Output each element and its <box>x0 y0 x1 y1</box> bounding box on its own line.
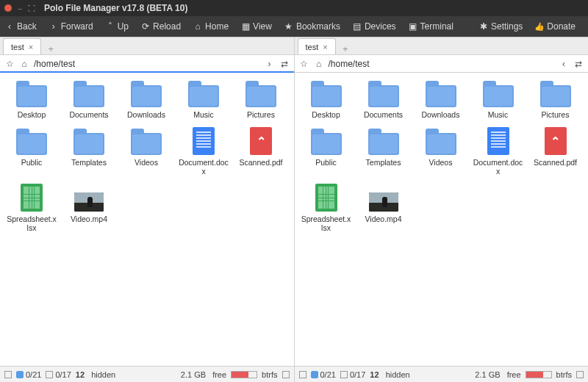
free-space: 2.1 GB <box>181 370 206 379</box>
file-label: Downloads <box>127 110 165 119</box>
selection-count: 0/21 <box>320 370 336 379</box>
folder-icon <box>368 81 400 107</box>
checkbox-icon[interactable] <box>299 371 306 378</box>
go-icon[interactable]: › <box>265 59 275 69</box>
filesystem-type: btrfs <box>262 370 277 379</box>
file-label: Document.docx <box>473 158 524 176</box>
file-item[interactable]: Music <box>473 81 524 119</box>
tab-right-active[interactable]: test × <box>298 38 336 54</box>
file-item[interactable]: Video.mp4 <box>358 185 409 232</box>
file-label: Templates <box>71 158 107 167</box>
bookmarks-button[interactable]: ★Bookmarks <box>285 21 340 32</box>
close-icon[interactable]: × <box>29 43 33 51</box>
file-item[interactable]: Music <box>178 81 229 119</box>
swap-panes-icon[interactable]: ⇄ <box>279 59 290 69</box>
file-item[interactable]: Downloads <box>121 81 172 119</box>
home-path-icon[interactable]: ⌂ <box>19 59 29 69</box>
status-bar-left: 0/21 0/17 12 hidden 2.1 GB free btrfs <box>0 367 295 382</box>
docx-icon <box>187 129 220 155</box>
up-button[interactable]: ˄Up <box>107 21 129 32</box>
file-label: Pictures <box>542 110 570 119</box>
file-item[interactable]: Spreadsheet.xlsx <box>301 185 352 232</box>
home-button[interactable]: ⌂Home <box>194 21 229 32</box>
file-item[interactable]: ⌃Scanned.pdf <box>235 129 287 176</box>
folder-icon <box>130 81 162 107</box>
path-input-right[interactable]: /home/test <box>329 59 555 69</box>
file-item[interactable]: Document.docx <box>473 129 524 176</box>
back-small-icon[interactable]: ‹ <box>559 59 569 69</box>
close-icon[interactable]: × <box>323 43 327 51</box>
folder-icon <box>15 129 48 155</box>
terminal-button[interactable]: ▣Terminal <box>409 21 453 32</box>
file-item[interactable]: Video.mp4 <box>63 185 115 232</box>
free-space: 2.1 GB <box>475 370 500 379</box>
file-label: Music <box>488 110 508 119</box>
file-label: Spreadsheet.xlsx <box>6 215 57 232</box>
tab-strip: test × + test × + <box>0 37 588 55</box>
file-item[interactable]: Public <box>6 129 57 176</box>
tab-left-active[interactable]: test × <box>3 38 41 54</box>
bookmark-toggle-icon[interactable]: ☆ <box>4 59 15 69</box>
pdf-icon: ⌃ <box>539 129 572 155</box>
folder-icon <box>130 129 162 155</box>
drive-icon: ▤ <box>354 21 361 32</box>
file-item[interactable]: Videos <box>121 129 172 176</box>
file-label: Scanned.pdf <box>240 158 283 167</box>
window-close-button[interactable] <box>4 4 12 12</box>
file-item[interactable]: Templates <box>63 129 115 176</box>
pane-left[interactable]: DesktopDocumentsDownloadsMusicPicturesPu… <box>0 73 295 366</box>
terminal-icon: ▣ <box>409 21 417 32</box>
video-icon <box>368 185 400 212</box>
checkbox-icon[interactable] <box>4 371 12 378</box>
file-item[interactable]: Videos <box>415 129 467 176</box>
window-title: Polo File Manager v17.8 (BETA 10) <box>44 3 187 13</box>
file-item[interactable]: Desktop <box>301 81 352 119</box>
file-item[interactable]: Pictures <box>235 81 287 119</box>
forward-button[interactable]: ›Forward <box>50 21 93 32</box>
new-tab-button-left[interactable]: + <box>43 43 59 54</box>
file-item[interactable]: Documents <box>63 81 115 119</box>
filesystem-type: btrfs <box>556 370 572 379</box>
file-item[interactable]: Public <box>301 129 352 176</box>
pdf-icon: ⌃ <box>245 129 277 155</box>
settings-button[interactable]: ✱Settings <box>480 21 523 32</box>
devices-button[interactable]: ▤Devices <box>354 21 396 32</box>
file-item[interactable]: Downloads <box>415 81 467 119</box>
file-item[interactable]: Documents <box>358 81 409 119</box>
location-bar-left: ☆ ⌂ /home/test › ⇄ <box>0 55 295 72</box>
file-item[interactable]: Document.docx <box>178 129 229 176</box>
file-item[interactable]: Templates <box>358 129 409 176</box>
folder-icon <box>73 129 105 155</box>
tabstrip-left: test × + <box>0 37 295 54</box>
window-minimize-button[interactable]: – <box>16 4 24 12</box>
folder-chip-icon <box>311 371 318 378</box>
pane-right[interactable]: DesktopDocumentsDownloadsMusicPicturesPu… <box>295 73 589 366</box>
view-button[interactable]: ▦View <box>242 21 272 32</box>
file-label: Desktop <box>312 110 340 119</box>
file-chip-icon <box>340 371 348 378</box>
home-path-icon[interactable]: ⌂ <box>314 59 324 69</box>
back-button[interactable]: ‹Back <box>6 21 37 32</box>
checkbox-icon[interactable] <box>282 371 290 378</box>
file-label: Templates <box>366 158 401 167</box>
file-label: Video.mp4 <box>365 215 401 223</box>
checkbox-icon[interactable] <box>576 371 584 378</box>
file-item[interactable]: Pictures <box>530 81 581 119</box>
swap-panes-icon[interactable]: ⇄ <box>573 59 584 69</box>
folder-icon <box>310 129 343 155</box>
file-item[interactable]: ⌃Scanned.pdf <box>530 129 581 176</box>
files-count: 0/17 <box>55 370 71 379</box>
reload-button[interactable]: ⟳Reload <box>142 21 181 32</box>
donate-button[interactable]: 👍Donate <box>536 21 576 32</box>
bookmark-toggle-icon[interactable]: ☆ <box>299 59 309 69</box>
path-input-left[interactable]: /home/test <box>34 59 260 69</box>
tab-label: test <box>306 43 319 51</box>
star-icon: ★ <box>285 21 293 32</box>
window-maximize-button[interactable]: ⛶ <box>28 4 35 12</box>
disk-usage-gauge <box>526 371 552 378</box>
file-item[interactable]: Spreadsheet.xlsx <box>6 185 57 232</box>
new-tab-button-right[interactable]: + <box>337 43 354 54</box>
file-item[interactable]: Desktop <box>6 81 57 119</box>
window-titlebar: – ⛶ Polo File Manager v17.8 (BETA 10) <box>0 0 588 16</box>
home-icon: ⌂ <box>194 21 201 32</box>
